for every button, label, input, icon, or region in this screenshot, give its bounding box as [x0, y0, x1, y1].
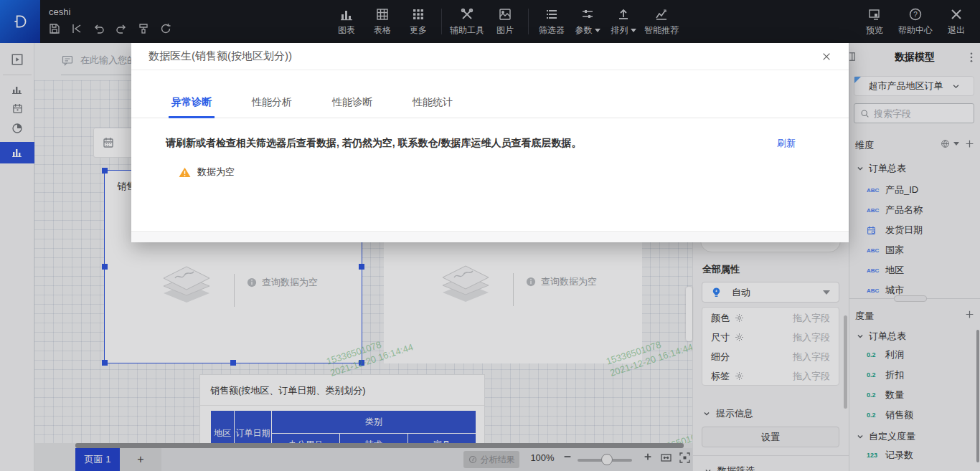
dialog-footer — [131, 231, 849, 242]
tab-performance-stats[interactable]: 性能统计 — [413, 96, 453, 118]
tab-performance-analysis[interactable]: 性能分析 — [252, 96, 292, 118]
warning-text: 数据为空 — [197, 166, 235, 179]
dialog-tabs: 异常诊断 性能分析 性能诊断 性能统计 — [131, 96, 849, 118]
dialog-title: 数据医生(销售额(按地区划分)) — [149, 49, 292, 63]
data-doctor-dialog: 数据医生(销售额(按地区划分)) 异常诊断 性能分析 性能诊断 性能统计 请刷新… — [131, 43, 849, 242]
warning-triangle-icon — [179, 167, 191, 178]
diagnosis-message: 请刷新或者检查相关筛选器后查看数据, 若仍然为空, 联系数仓/数据库运维人员查看… — [166, 137, 814, 150]
tab-performance-diagnosis[interactable]: 性能诊断 — [332, 96, 372, 118]
tab-anomaly-diagnosis[interactable]: 异常诊断 — [171, 96, 212, 118]
close-icon[interactable] — [821, 52, 831, 62]
refresh-link[interactable]: 刷新 — [777, 137, 796, 150]
